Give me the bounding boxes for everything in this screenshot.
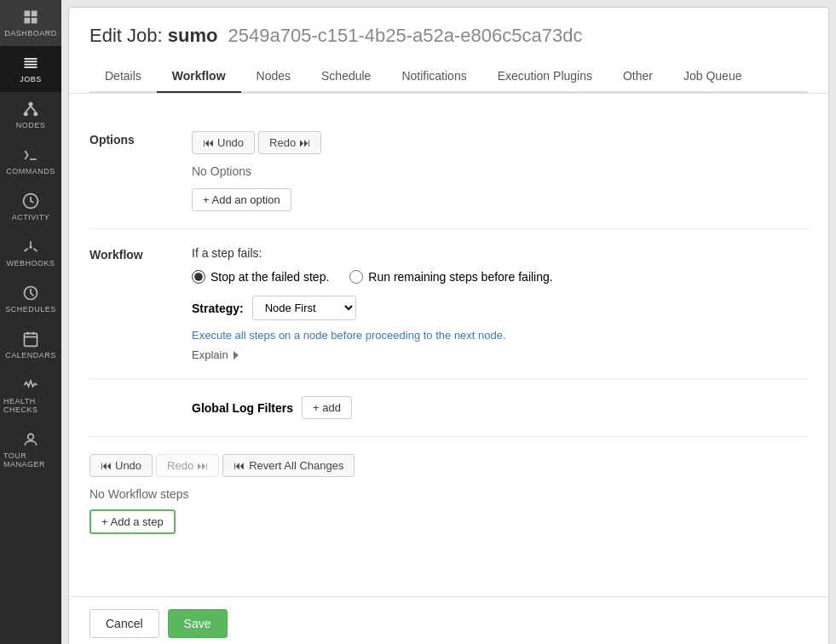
footer: Cancel Save [69,596,828,644]
undo-icon: ⏮ [203,136,214,149]
svg-rect-3 [32,18,37,24]
cancel-button[interactable]: Cancel [89,609,159,638]
sidebar-item-nodes[interactable]: Nodes [0,92,61,138]
sidebar-item-commands[interactable]: Commands [0,138,61,184]
sidebar-item-tour-manager[interactable]: Tour Manager [0,423,61,477]
options-redo-button[interactable]: Redo ⏭ [258,131,321,154]
svg-point-8 [29,102,33,106]
svg-point-10 [33,112,37,116]
strategy-label: Strategy: [192,302,244,315]
add-step-button[interactable]: + Add a step [89,509,176,534]
tab-details[interactable]: Details [89,60,157,93]
tab-schedule[interactable]: Schedule [306,60,386,93]
revert-all-button[interactable]: ⏮ Revert All Changes [222,454,355,477]
explain-button[interactable]: Explain [192,348,808,361]
svg-rect-2 [25,18,31,24]
page-title: Edit Job: sumo 2549a705-c151-4b25-a52a-e… [89,25,808,47]
tab-workflow[interactable]: Workflow [157,60,241,93]
sidebar-item-calendars[interactable]: Calendars [0,322,61,368]
page-header: Edit Job: sumo 2549a705-c151-4b25-a52a-e… [69,8,828,94]
sidebar-item-health-checks[interactable]: Health Checks [0,368,61,423]
tab-other[interactable]: Other [608,60,668,93]
sidebar: Dashboard Jobs Nodes Commands Activity W… [0,0,61,644]
radio-stop[interactable]: Stop at the failed step. [192,270,329,284]
svg-rect-0 [25,11,31,17]
svg-line-11 [26,106,31,112]
tab-notifications[interactable]: Notifications [386,60,481,93]
tab-execution-plugins[interactable]: Execution Plugins [482,60,608,93]
options-content: ⏮ Undo Redo ⏭ No Options + Add an option [192,131,808,211]
tab-nodes[interactable]: Nodes [241,60,306,93]
svg-point-14 [29,245,32,248]
sidebar-item-activity[interactable]: Activity [0,184,61,230]
tabs-row: Details Workflow Nodes Schedule Notifica… [89,60,808,93]
radio-stop-input[interactable] [192,270,205,284]
no-options-text: No Options [192,164,808,178]
sidebar-item-jobs[interactable]: Jobs [0,46,61,92]
svg-point-9 [24,112,28,116]
workflow-section: Workflow If a step fails: Stop at the fa… [89,229,808,379]
strategy-description: Execute all steps on a node before proce… [192,329,808,342]
global-log-row: Global Log Filters + add [192,396,808,419]
radio-group-step-fails: Stop at the failed step. Run remaining s… [192,270,808,284]
add-option-button[interactable]: + Add an option [192,188,291,211]
main-panel: Edit Job: sumo 2549a705-c151-4b25-a52a-e… [68,7,829,644]
workflow-undo-button[interactable]: ⏮ Undo [89,454,153,477]
workflow-undo-icon: ⏮ [101,459,112,472]
svg-rect-1 [32,11,37,17]
options-toolbar: ⏮ Undo Redo ⏭ [192,131,808,154]
add-log-filter-button[interactable]: + add [302,396,352,419]
workflow-steps-toolbar: ⏮ Undo Redo ⏭ ⏮ Revert All Changes [89,454,808,477]
global-log-label-placeholder [89,396,192,419]
options-section: Options ⏮ Undo Redo ⏭ No Options + Add a… [89,114,808,229]
workflow-redo-button[interactable]: Redo ⏭ [156,454,219,477]
svg-point-20 [28,434,34,440]
save-button[interactable]: Save [168,609,228,638]
content-area: Options ⏮ Undo Redo ⏭ No Options + Add a… [69,94,828,596]
radio-run-remaining[interactable]: Run remaining steps before failing. [349,270,552,284]
revert-icon: ⏮ [234,459,245,472]
tab-job-queue[interactable]: Job Queue [668,60,758,93]
workflow-label: Workflow [89,246,192,361]
workflow-redo-icon: ⏭ [197,459,208,472]
svg-line-12 [31,106,36,112]
sidebar-item-webhooks[interactable]: Webhooks [0,230,61,276]
redo-icon: ⏭ [299,136,310,149]
radio-run-remaining-input[interactable] [349,270,363,284]
no-workflow-steps-text: No Workflow steps [89,487,808,501]
options-label: Options [89,131,192,211]
sidebar-item-schedules[interactable]: Schedules [0,276,61,322]
strategy-row: Strategy: Node First Sequential Parallel [192,296,808,320]
options-undo-button[interactable]: ⏮ Undo [192,131,255,154]
explain-chevron-icon [234,351,239,359]
sidebar-item-dashboard[interactable]: Dashboard [0,0,61,46]
svg-rect-16 [25,333,37,346]
strategy-select[interactable]: Node First Sequential Parallel [252,296,356,320]
global-log-content: Global Log Filters + add [192,396,808,419]
global-log-filters-section: Global Log Filters + add [89,379,808,437]
global-log-label: Global Log Filters [192,401,293,415]
workflow-steps-section: ⏮ Undo Redo ⏭ ⏮ Revert All Changes No Wo… [89,437,808,551]
if-step-fails-text: If a step fails: [192,246,808,260]
workflow-content: If a step fails: Stop at the failed step… [192,246,808,361]
